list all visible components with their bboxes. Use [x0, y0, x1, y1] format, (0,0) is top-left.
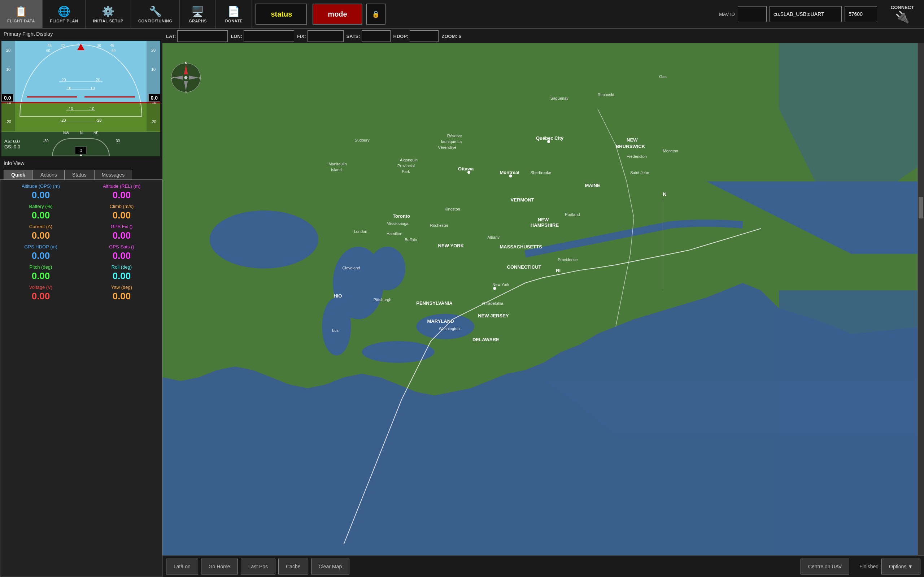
- svg-text:Park: Park: [402, 169, 410, 174]
- tab-messages[interactable]: Messages: [94, 170, 132, 179]
- latlon-button[interactable]: Lat/Lon: [166, 559, 198, 574]
- gps-fix-cell: GPS Fix () 0.00: [85, 224, 159, 241]
- svg-text:faunique La: faunique La: [441, 139, 462, 144]
- svg-text:Ottawa: Ottawa: [458, 166, 474, 171]
- nav-config-tuning[interactable]: 🔧 CONFIG/TUNING: [131, 0, 180, 28]
- nav-donate-label: DONATE: [225, 19, 243, 23]
- pitch-label-neg20-right: -20: [96, 118, 102, 122]
- nav-initial-setup-label: INITIAL SETUP: [93, 19, 124, 23]
- svg-text:Fredericton: Fredericton: [627, 154, 647, 158]
- left-wing: [27, 97, 77, 97]
- gps-hdop-label: GPS HDOP (m): [4, 244, 77, 250]
- scroll-thumb[interactable]: [919, 197, 923, 218]
- map-footer: Lat/Lon Go Home Last Pos Cache Clear Map…: [162, 555, 924, 577]
- cache-button[interactable]: Cache: [278, 559, 308, 574]
- compass-ne: NE: [93, 131, 98, 135]
- yaw-label: Yaw (deg): [85, 285, 159, 290]
- climb-label: Climb (m/s): [85, 204, 159, 209]
- tab-status[interactable]: Status: [64, 170, 94, 179]
- svg-text:Gas: Gas: [659, 74, 667, 79]
- voltage-value: 0.00: [4, 291, 77, 302]
- svg-text:Vérendrye: Vérendrye: [438, 145, 456, 150]
- last-pos-button[interactable]: Last Pos: [241, 559, 275, 574]
- fix-input[interactable]: [307, 30, 344, 42]
- svg-text:Albany: Albany: [487, 235, 500, 239]
- nav-flight-data[interactable]: 📋 FLIGHT DATA: [0, 0, 43, 28]
- nav-flight-plan-label: FLIGHT PLAN: [50, 19, 78, 23]
- tab-quick[interactable]: Quick: [3, 170, 33, 179]
- options-button[interactable]: Options ▼: [881, 559, 921, 574]
- svg-text:Moncton: Moncton: [663, 149, 678, 153]
- pitch-label: Pitch (deg): [4, 264, 77, 270]
- map-scrollbar[interactable]: [918, 44, 924, 555]
- sats-input[interactable]: [362, 30, 390, 42]
- svg-point-2: [362, 341, 435, 363]
- connection-input[interactable]: [770, 6, 842, 22]
- mav-id-input[interactable]: [738, 6, 767, 22]
- svg-point-13: [509, 174, 512, 177]
- compass-labels: NW N NE: [63, 131, 98, 135]
- current-cell: Current (A) 0.00: [4, 224, 77, 241]
- svg-text:CONNECTICUT: CONNECTICUT: [507, 264, 542, 270]
- svg-text:MARYLAND: MARYLAND: [427, 319, 454, 324]
- svg-text:Algonquin: Algonquin: [400, 158, 418, 162]
- svg-text:MAINE: MAINE: [585, 183, 600, 188]
- svg-text:Montreal: Montreal: [500, 170, 519, 175]
- gps-fix-label: GPS Fix (): [85, 224, 159, 229]
- gs-value: 0.0: [14, 144, 20, 150]
- lon-input[interactable]: [244, 30, 294, 42]
- altitude-gps-label: Altitude (GPS) (m): [4, 184, 77, 189]
- svg-text:BRUNSWICK: BRUNSWICK: [616, 144, 645, 149]
- zoom-label: ZOOM: 6: [442, 34, 461, 39]
- as-gs-display: AS: 0.0 GS: 0.0: [2, 137, 23, 151]
- altitude-rel-label: Altitude (REL) (m): [85, 184, 159, 189]
- lon-label: LON:: [231, 34, 242, 39]
- lock-button[interactable]: 🔒: [366, 3, 386, 24]
- svg-text:HAMPSHIRE: HAMPSHIRE: [530, 222, 559, 228]
- lon-field: LON:: [231, 30, 294, 42]
- roll-30-left: 30: [61, 44, 64, 48]
- svg-text:DELAWARE: DELAWARE: [472, 337, 499, 342]
- mode-button[interactable]: mode: [313, 3, 362, 24]
- hdop-field: HDOP:: [394, 30, 439, 42]
- svg-point-5: [210, 211, 318, 269]
- svg-text:Pittsburgh: Pittsburgh: [374, 298, 392, 302]
- flight-display-header: Primary Flight Display: [0, 29, 162, 39]
- left-scale: 20 10 -10 -20: [2, 41, 15, 131]
- info-view: Info View Quick Actions Status Messages …: [0, 158, 162, 577]
- climb-cell: Climb (m/s) 0.00: [85, 204, 159, 221]
- svg-text:MASSACHUSETTS: MASSACHUSETTS: [500, 244, 542, 250]
- center-marker: [77, 44, 84, 50]
- heading-box: 0: [75, 147, 87, 154]
- nav-donate[interactable]: 📄 DONATE: [216, 0, 252, 28]
- baud-input[interactable]: [845, 6, 877, 22]
- yaw-cell: Yaw (deg) 0.00: [85, 285, 159, 302]
- nav-flight-plan[interactable]: 🌐 FLIGHT PLAN: [43, 0, 85, 28]
- nav-graphs-label: GRAPHS: [189, 19, 207, 23]
- svg-point-69: [185, 76, 188, 79]
- clear-map-button[interactable]: Clear Map: [311, 559, 350, 574]
- svg-text:Rimouski: Rimouski: [598, 92, 614, 97]
- hdop-input[interactable]: [410, 30, 439, 42]
- nav-graphs[interactable]: 🖥️ GRAPHS: [180, 0, 216, 28]
- gps-sats-cell: GPS Sats () 0.00: [85, 244, 159, 261]
- compass-rose-svg: N S W E: [170, 61, 202, 94]
- svg-point-41: [493, 287, 496, 290]
- tab-actions[interactable]: Actions: [33, 170, 64, 179]
- nav-initial-setup[interactable]: ⚙️ INITIAL SETUP: [85, 0, 131, 28]
- connect-area[interactable]: CONNECT 🔌: [881, 0, 924, 28]
- go-home-button[interactable]: Go Home: [201, 559, 238, 574]
- lat-input[interactable]: [177, 30, 228, 42]
- map-container[interactable]: Saguenay Rimouski Québec City Montreal S…: [162, 44, 924, 555]
- status-button[interactable]: status: [256, 3, 307, 24]
- nav-right-controls: MAV ID: [719, 0, 881, 28]
- centre-uav-button[interactable]: Centre on UAV: [800, 559, 849, 574]
- current-value: 0.00: [4, 230, 77, 241]
- attitude-indicator: 20 20 10 10 -10 -10 -20 -20 45: [2, 41, 160, 156]
- right-scale-neg20: -20: [151, 119, 156, 124]
- gps-sats-label: GPS Sats (): [85, 244, 159, 250]
- roll-45-left: 45: [48, 44, 51, 48]
- right-scale-10: 10: [151, 67, 156, 71]
- left-value-box: 0.0: [2, 94, 13, 102]
- compass-pos30: 30: [116, 139, 120, 143]
